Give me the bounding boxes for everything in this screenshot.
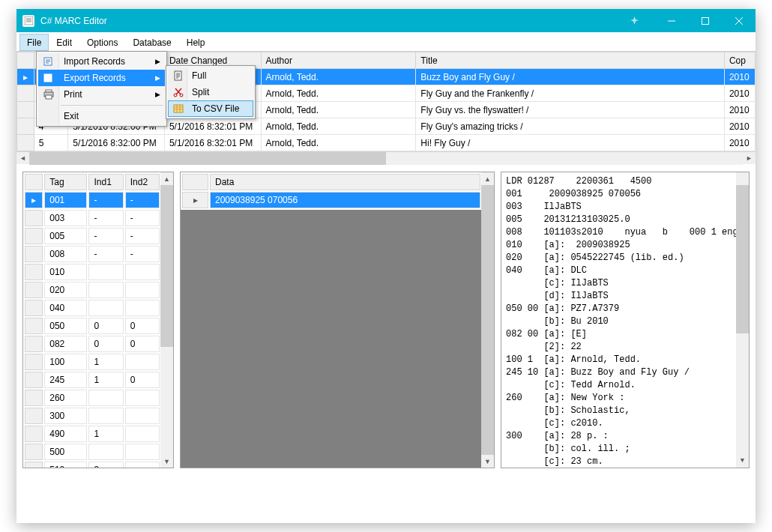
cell-ind2[interactable] (125, 264, 160, 280)
row-selector[interactable] (25, 462, 43, 468)
cell-ind1[interactable]: - (88, 210, 123, 226)
cell-title[interactable]: Fly Guy vs. the flyswatter! / (416, 102, 725, 118)
tags-vscroll[interactable]: ▲ ▼ (160, 172, 173, 468)
cell-tag[interactable]: 100 (44, 354, 87, 370)
cell-ind1[interactable] (88, 264, 123, 280)
cell-ind2[interactable] (125, 462, 160, 468)
cell-tag[interactable]: 082 (44, 336, 87, 352)
tags-col-ind2[interactable]: Ind2 (125, 174, 160, 190)
cell-tag[interactable]: 010 (44, 264, 87, 280)
row-selector[interactable] (25, 354, 43, 370)
cell-ind2[interactable] (125, 426, 160, 442)
cell-ind2[interactable]: - (125, 228, 160, 244)
menu-file[interactable]: File (19, 34, 49, 51)
cell-title[interactable]: Buzz Boy and Fly Guy / (416, 69, 725, 85)
cell-ind2[interactable] (125, 390, 160, 406)
row-selector[interactable]: ▸ (25, 192, 43, 208)
table-row[interactable]: 260 (25, 390, 160, 406)
cell-author[interactable]: Arnold, Tedd. (261, 85, 416, 102)
table-row[interactable]: 500 (25, 444, 160, 460)
table-row[interactable]: 040 (25, 300, 160, 316)
minimize-button[interactable] (654, 9, 688, 32)
tags-col-tag[interactable]: Tag (44, 174, 87, 190)
cell-ind1[interactable]: - (88, 228, 123, 244)
marc-vscroll[interactable]: ▲ ▼ (736, 172, 749, 468)
tags-col-ind1[interactable]: Ind1 (88, 174, 123, 190)
row-selector[interactable] (25, 246, 43, 262)
table-row[interactable]: 008-- (25, 246, 160, 262)
cell-author[interactable]: Arnold, Tedd. (261, 69, 416, 85)
cell-ind1[interactable]: 1 (88, 372, 123, 388)
row-selector[interactable] (25, 228, 43, 244)
table-row[interactable]: 005-- (25, 228, 160, 244)
row-selector[interactable] (25, 264, 43, 280)
row-selector[interactable] (17, 85, 34, 102)
scroll-down-icon[interactable]: ▼ (160, 455, 173, 468)
records-col-cop[interactable]: Cop (724, 52, 755, 69)
data-corner[interactable] (182, 174, 208, 190)
table-row[interactable]: 020 (25, 282, 160, 298)
cell-ind1[interactable] (88, 408, 123, 424)
data-cell[interactable]: 2009038925 070056 (210, 192, 480, 208)
table-row[interactable]: ▸001-- (25, 192, 160, 208)
row-selector[interactable] (25, 444, 43, 460)
cell-cop[interactable]: 2010 (724, 69, 755, 85)
menu-exit[interactable]: Exit (38, 108, 165, 124)
cell-ind1[interactable]: 3 (88, 462, 123, 468)
row-selector[interactable] (25, 318, 43, 334)
row-selector[interactable] (25, 210, 43, 226)
scroll-up-icon[interactable]: ▲ (481, 172, 494, 185)
cell-ind2[interactable]: - (125, 192, 160, 208)
cell-tag[interactable]: 500 (44, 444, 87, 460)
submenu-full[interactable]: Full (168, 67, 253, 84)
cell-ind2[interactable]: - (125, 246, 160, 262)
tags-corner[interactable] (25, 174, 43, 190)
table-row[interactable]: 55/1/2016 8:32:00 PM5/1/2016 8:32:01 PMA… (17, 135, 756, 151)
row-selector[interactable] (25, 408, 43, 424)
menu-export-records[interactable]: Export Records ▶ (38, 70, 165, 86)
pin-button[interactable] (618, 9, 651, 32)
data-vscroll[interactable]: ▲ ▼ (481, 172, 494, 468)
table-row[interactable]: 003-- (25, 210, 160, 226)
cell-tag[interactable]: 490 (44, 426, 87, 442)
menu-options[interactable]: Options (79, 34, 125, 51)
records-col-title[interactable]: Title (416, 52, 725, 69)
menu-import-records[interactable]: Import Records ▶ (38, 53, 165, 70)
cell-idx[interactable]: 5 (34, 135, 67, 151)
menu-help[interactable]: Help (179, 34, 213, 51)
data-row[interactable]: ▸ 2009038925 070056 (182, 192, 480, 208)
scroll-right-icon[interactable]: ► (743, 152, 756, 165)
data-col-header[interactable]: Data (210, 174, 480, 190)
marc-panel[interactable]: LDR 01287 2200361 4500 001 2009038925 07… (501, 172, 750, 468)
table-row[interactable]: 5103 (25, 462, 160, 468)
row-selector[interactable] (25, 372, 43, 388)
cell-ind1[interactable] (88, 390, 123, 406)
cell-tag[interactable]: 050 (44, 318, 87, 334)
table-row[interactable]: 05000 (25, 318, 160, 334)
cell-cop[interactable]: 2010 (724, 102, 755, 118)
cell-ind2[interactable] (125, 444, 160, 460)
cell-tag[interactable]: 001 (44, 192, 87, 208)
table-row[interactable]: 300 (25, 408, 160, 424)
close-button[interactable] (722, 9, 756, 32)
row-selector[interactable] (25, 336, 43, 352)
cell-added[interactable]: 5/1/2016 8:32:00 PM (68, 135, 165, 151)
cell-author[interactable]: Arnold, Tedd. (261, 135, 416, 151)
scroll-down-icon[interactable]: ▼ (481, 455, 494, 468)
cell-ind1[interactable]: 0 (88, 336, 123, 352)
cell-ind1[interactable] (88, 300, 123, 316)
maximize-button[interactable] (688, 9, 722, 32)
row-selector[interactable] (17, 118, 34, 135)
cell-ind1[interactable]: - (88, 246, 123, 262)
cell-ind1[interactable]: 1 (88, 354, 123, 370)
marc-vthumb[interactable] (736, 185, 749, 333)
cell-tag[interactable]: 510 (44, 462, 87, 468)
cell-title[interactable]: Hi! Fly Guy / (416, 135, 725, 151)
records-hscroll[interactable]: ◄ ► (16, 151, 756, 164)
row-selector[interactable] (17, 135, 34, 151)
cell-cop[interactable]: 2010 (724, 135, 755, 151)
cell-author[interactable]: Arnold, Tedd. (261, 118, 416, 135)
table-row[interactable]: 010 (25, 264, 160, 280)
menu-edit[interactable]: Edit (49, 34, 79, 51)
cell-tag[interactable]: 005 (44, 228, 87, 244)
